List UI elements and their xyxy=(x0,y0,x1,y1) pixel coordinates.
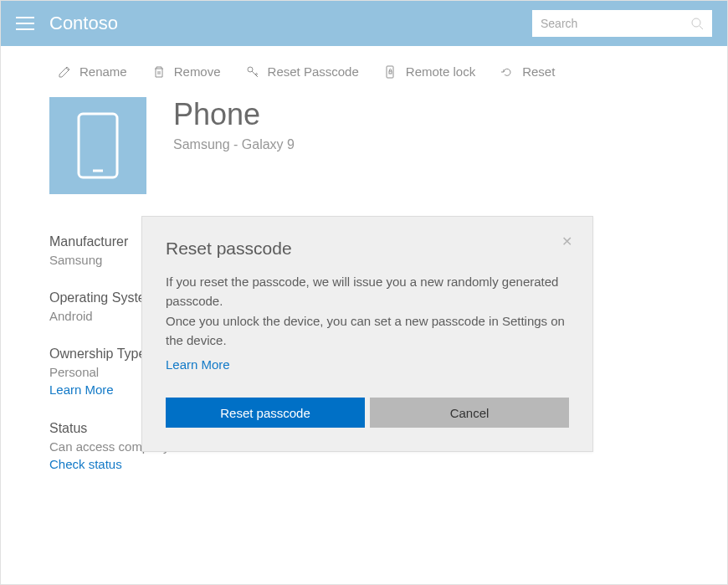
device-tile xyxy=(49,97,146,194)
header-bar: Contoso xyxy=(1,1,727,46)
phone-icon xyxy=(77,112,119,179)
svg-point-0 xyxy=(692,18,700,27)
pencil-icon xyxy=(58,65,71,79)
reset-passcode-button[interactable]: Reset Passcode xyxy=(246,64,359,79)
dialog-title: Reset passcode xyxy=(166,239,569,259)
key-icon xyxy=(246,65,259,79)
close-icon[interactable]: ✕ xyxy=(561,233,572,249)
ownership-learn-more-link[interactable]: Learn More xyxy=(49,382,114,397)
device-info: Phone Samsung - Galaxy 9 xyxy=(173,97,295,152)
svg-rect-3 xyxy=(387,66,393,78)
svg-rect-4 xyxy=(389,71,392,74)
content: Phone Samsung - Galaxy 9 Manufacturer Sa… xyxy=(1,97,727,472)
search-box[interactable] xyxy=(532,10,712,37)
device-subtitle: Samsung - Galaxy 9 xyxy=(173,137,295,152)
check-status-link[interactable]: Check status xyxy=(49,457,122,471)
device-title: Phone xyxy=(173,97,295,132)
cancel-button[interactable]: Cancel xyxy=(370,398,569,428)
header-left: Contoso xyxy=(16,13,118,34)
brand-title: Contoso xyxy=(49,13,118,34)
trash-icon xyxy=(152,65,166,79)
remove-button[interactable]: Remove xyxy=(152,64,221,79)
menu-icon[interactable] xyxy=(16,17,34,30)
toolbar: Rename Remove Reset Passcode Remote lock… xyxy=(1,46,727,97)
dialog-buttons: Reset passcode Cancel xyxy=(166,398,569,428)
rename-button[interactable]: Rename xyxy=(58,64,127,79)
toolbar-label: Rename xyxy=(79,64,127,79)
toolbar-label: Remote lock xyxy=(406,64,475,79)
svg-rect-5 xyxy=(79,114,117,177)
lock-icon xyxy=(384,65,397,79)
search-input[interactable] xyxy=(541,17,683,30)
device-header: Phone Samsung - Galaxy 9 xyxy=(49,97,679,194)
reset-passcode-dialog: ✕ Reset passcode If you reset the passco… xyxy=(141,216,593,452)
search-icon xyxy=(691,18,704,30)
dialog-body-line: If you reset the passcode, we will issue… xyxy=(166,272,569,311)
reset-icon xyxy=(500,65,514,79)
dialog-body-line: Once you unlock the device, you can set … xyxy=(166,311,569,351)
reset-passcode-confirm-button[interactable]: Reset passcode xyxy=(166,398,365,428)
toolbar-label: Reset xyxy=(522,64,555,79)
toolbar-label: Remove xyxy=(174,64,221,79)
dialog-body: If you reset the passcode, we will issue… xyxy=(166,272,569,374)
toolbar-label: Reset Passcode xyxy=(268,64,359,79)
reset-button[interactable]: Reset xyxy=(500,64,555,79)
svg-line-1 xyxy=(700,26,703,29)
remote-lock-button[interactable]: Remote lock xyxy=(384,64,475,79)
dialog-learn-more-link[interactable]: Learn More xyxy=(166,355,230,374)
